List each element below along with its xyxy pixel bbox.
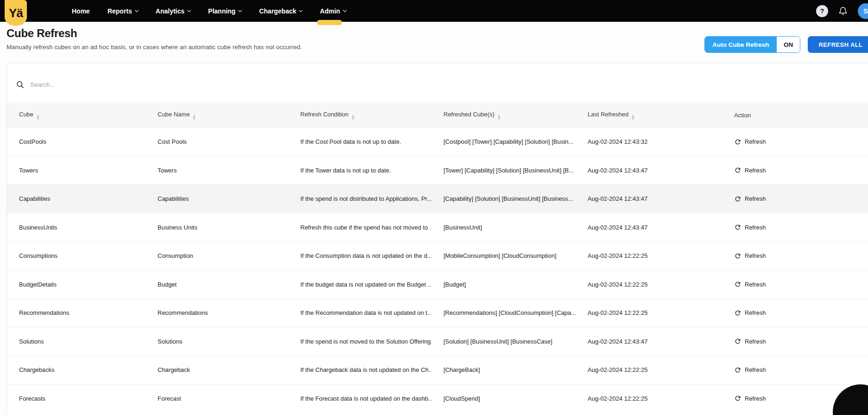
nav-item-planning[interactable]: Planning	[208, 0, 241, 22]
cube-table-card: Cube Cube Name Refresh Condition Refresh…	[6, 63, 868, 415]
cell-refresh-condition: If the Chargeback data is not updated on…	[288, 356, 431, 384]
nav-item-chargeback[interactable]: Chargeback	[259, 0, 302, 22]
cell-refreshed-cubes: [Budget]	[431, 270, 576, 299]
table-row: Chargebacks Chargeback If the Chargeback…	[7, 356, 868, 384]
cell-action: Refresh	[722, 128, 868, 156]
column-header-cube-name[interactable]: Cube Name	[146, 103, 288, 128]
cell-cube: Solutions	[7, 327, 146, 356]
chevron-down-icon	[187, 8, 191, 12]
chevron-down-icon	[238, 8, 242, 12]
refresh-icon	[734, 395, 741, 402]
cell-cube-name: Cost Pools	[146, 128, 288, 156]
chevron-down-icon	[343, 8, 347, 12]
sort-icon[interactable]	[498, 115, 501, 120]
column-header-label: Cube	[19, 111, 33, 118]
cell-last-refreshed: Aug-02-2024 12:22:25	[576, 356, 722, 384]
refresh-button[interactable]: Refresh	[734, 356, 868, 384]
cell-cube: Chargebacks	[7, 356, 146, 384]
table-row: Towers Towers If the Tower data is not u…	[7, 156, 868, 185]
nav-item-reports[interactable]: Reports	[108, 0, 138, 22]
nav-item-admin[interactable]: Admin	[320, 0, 346, 22]
cell-cube-name: Consumption	[146, 242, 288, 270]
nav-item-analytics[interactable]: Analytics	[156, 0, 190, 22]
cell-last-refreshed: Aug-02-2024 12:43:47	[576, 185, 722, 213]
cell-action: Refresh	[722, 270, 868, 299]
nav-item-home[interactable]: Home	[72, 0, 90, 22]
cell-refreshed-cubes: [Solution] [BusinessUnit] [BusinessCase]	[431, 327, 576, 356]
cell-cube: Capabilities	[7, 185, 146, 213]
cell-cube: Forecasts	[7, 384, 146, 413]
cell-last-refreshed: Aug-02-2024 12:43:47	[576, 213, 722, 242]
nav-item-label: Chargeback	[259, 7, 296, 15]
column-header-label: Refreshed Cube(s)	[444, 111, 494, 118]
refresh-button-label: Refresh	[745, 309, 766, 316]
sort-icon[interactable]	[632, 115, 634, 120]
refresh-button-label: Refresh	[745, 281, 766, 288]
refresh-button[interactable]: Refresh	[734, 327, 868, 356]
cell-refreshed-cubes: [Costpool] [Tower] [Capability] [Solutio…	[431, 128, 576, 156]
table-row: Forecasts Forecast If the Forecast data …	[7, 384, 868, 413]
column-header-last-refreshed[interactable]: Last Refreshed	[576, 103, 722, 128]
chevron-down-icon	[299, 8, 303, 12]
cell-refresh-condition: If the Consumption data is not updated o…	[288, 242, 431, 270]
cell-action: Refresh	[722, 356, 868, 384]
notifications-bell-icon[interactable]	[837, 6, 849, 17]
column-header-refreshed-cubes[interactable]: Refreshed Cube(s)	[431, 103, 576, 128]
column-header-cube[interactable]: Cube	[7, 103, 146, 128]
column-header-refresh-condition[interactable]: Refresh Condition	[288, 103, 431, 128]
refresh-button[interactable]: Refresh	[734, 128, 868, 156]
refresh-button-label: Refresh	[745, 366, 766, 373]
user-avatar[interactable]: S	[858, 3, 868, 19]
sort-icon[interactable]	[193, 115, 196, 120]
help-icon[interactable]: ?	[816, 5, 828, 17]
cell-cube: BudgetDetails	[7, 270, 146, 299]
column-header-label: Last Refreshed	[588, 111, 628, 118]
cell-last-refreshed: Aug-02-2024 12:22:25	[576, 270, 722, 299]
cell-action: Refresh	[722, 242, 868, 270]
main-nav: HomeReportsAnalyticsPlanningChargebackAd…	[72, 0, 346, 22]
refresh-icon	[734, 281, 741, 288]
page-header: Cube Refresh Manually refresh cubes on a…	[6, 27, 868, 59]
refresh-button[interactable]: Refresh	[734, 185, 868, 213]
cell-cube: Towers	[7, 156, 146, 185]
table-row: Capabilities Capabilities If the spend i…	[7, 185, 868, 213]
cell-last-refreshed: Aug-02-2024 12:22:25	[576, 299, 722, 327]
cell-cube-name: Capabilities	[146, 185, 288, 213]
refresh-icon	[734, 223, 741, 231]
column-header-label: Refresh Condition	[300, 111, 348, 118]
auto-cube-refresh-toggle[interactable]: Auto Cube Refresh ON	[704, 36, 800, 53]
refresh-icon	[734, 338, 741, 345]
cell-refresh-condition: If the Recommendation data is not update…	[288, 299, 431, 327]
cell-action: Refresh	[722, 299, 868, 327]
chevron-down-icon	[135, 8, 139, 12]
refresh-button-label: Refresh	[745, 224, 766, 231]
nav-item-label: Reports	[108, 7, 132, 15]
cell-last-refreshed: Aug-02-2024 12:22:25	[576, 242, 722, 270]
cell-refreshed-cubes: [Recommendations] [CloudConsumption] [Ca…	[431, 299, 576, 327]
table-row: Recommendations Recommendations If the R…	[7, 299, 868, 327]
refresh-button[interactable]: Refresh	[734, 270, 868, 299]
app-logo[interactable]: Yä	[5, 0, 27, 26]
cell-cube: Recommendations	[7, 299, 146, 327]
table-row: CostPools Cost Pools If the Cost Pool da…	[7, 128, 868, 156]
search-input[interactable]	[30, 81, 225, 88]
nav-item-label: Home	[72, 7, 90, 15]
search-icon	[16, 80, 25, 89]
refresh-button-label: Refresh	[745, 167, 766, 174]
cell-refresh-condition: If the budget data is not updated on the…	[288, 270, 431, 299]
refresh-button[interactable]: Refresh	[734, 156, 868, 185]
cell-refresh-condition: If the Tower data is not up to date.	[288, 156, 431, 185]
refresh-button[interactable]: Refresh	[734, 299, 868, 327]
refresh-button[interactable]: Refresh	[734, 242, 868, 270]
refresh-icon	[734, 366, 741, 374]
refresh-all-button[interactable]: REFRESH ALL	[808, 36, 868, 53]
cell-cube-name: Forecast	[146, 384, 288, 413]
cell-cube-name: Budget	[146, 270, 288, 299]
cell-last-refreshed: Aug-02-2024 12:22:25	[576, 384, 722, 413]
cell-action: Refresh	[722, 327, 868, 356]
sort-icon[interactable]	[37, 115, 39, 120]
search-bar	[7, 63, 868, 103]
auto-cube-refresh-state[interactable]: ON	[777, 37, 800, 52]
sort-icon[interactable]	[352, 115, 355, 120]
refresh-button[interactable]: Refresh	[734, 213, 868, 242]
